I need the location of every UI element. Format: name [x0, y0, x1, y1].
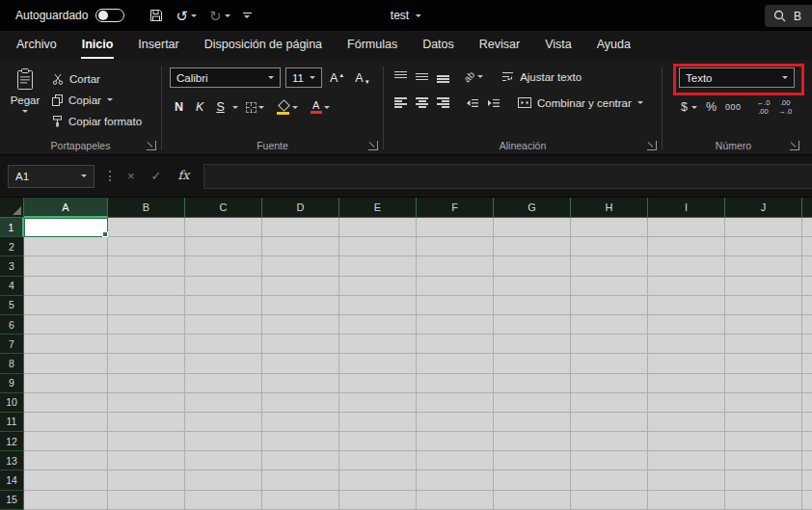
cell-A12[interactable]	[24, 432, 108, 451]
ribbon-tab-disposición-de-página[interactable]: Disposición de página	[192, 31, 335, 60]
row-header-7[interactable]: 7	[0, 335, 24, 354]
cell-J11[interactable]	[725, 413, 802, 432]
cell-partial-9[interactable]	[802, 374, 812, 393]
cell-H8[interactable]	[571, 354, 648, 373]
number-dialog-launcher-icon[interactable]	[790, 141, 799, 150]
cancel-button[interactable]: ×	[127, 170, 135, 182]
cell-I14[interactable]	[648, 470, 725, 490]
cell-H1[interactable]	[571, 218, 648, 237]
cell-C13[interactable]	[185, 451, 262, 470]
cell-partial-7[interactable]	[802, 335, 812, 354]
cell-partial-6[interactable]	[802, 315, 812, 335]
cell-partial-10[interactable]	[802, 393, 812, 413]
cell-E11[interactable]	[339, 413, 417, 432]
cut-button[interactable]: Cortar	[52, 71, 142, 86]
percent-style-button[interactable]: %	[706, 100, 717, 114]
font-dialog-launcher-icon[interactable]	[368, 141, 378, 150]
cell-F8[interactable]	[417, 354, 494, 373]
cell-F15[interactable]	[417, 491, 494, 510]
save-button[interactable]	[149, 9, 163, 22]
column-header-F[interactable]: F	[417, 198, 494, 218]
cell-C8[interactable]	[185, 354, 262, 373]
cell-D14[interactable]	[262, 470, 339, 490]
row-header-3[interactable]: 3	[0, 256, 24, 276]
row-header-11[interactable]: 11	[0, 413, 24, 432]
cell-E14[interactable]	[339, 470, 417, 490]
cell-J13[interactable]	[725, 451, 802, 470]
cell-D4[interactable]	[262, 277, 339, 296]
cell-G4[interactable]	[494, 277, 571, 296]
cell-J4[interactable]	[725, 277, 802, 296]
ribbon-tab-inicio[interactable]: Inicio	[69, 31, 126, 60]
cell-F6[interactable]	[417, 315, 494, 335]
row-header-15[interactable]: 15	[0, 491, 24, 510]
cell-partial-11[interactable]	[802, 413, 812, 432]
cell-E2[interactable]	[339, 237, 417, 256]
cell-I12[interactable]	[648, 432, 725, 451]
cell-B13[interactable]	[108, 451, 185, 470]
cell-H6[interactable]	[571, 315, 648, 335]
cell-C11[interactable]	[185, 413, 262, 432]
cell-D3[interactable]	[262, 256, 339, 276]
cell-D15[interactable]	[262, 491, 339, 510]
cell-A4[interactable]	[24, 277, 108, 296]
cell-G2[interactable]	[494, 237, 571, 256]
row-header-14[interactable]: 14	[0, 470, 24, 490]
cell-B6[interactable]	[108, 315, 185, 335]
cell-E1[interactable]	[339, 218, 417, 237]
font-color-button[interactable]: A	[306, 100, 335, 114]
cell-F7[interactable]	[417, 335, 494, 354]
cell-I8[interactable]	[648, 354, 725, 373]
cell-H3[interactable]	[571, 256, 648, 276]
cell-G13[interactable]	[494, 451, 571, 470]
cell-I5[interactable]	[648, 296, 725, 315]
cell-J8[interactable]	[725, 354, 802, 373]
cell-F13[interactable]	[417, 451, 494, 470]
align-right-button[interactable]	[437, 97, 449, 109]
column-header-D[interactable]: D	[262, 198, 339, 218]
column-header-J[interactable]: J	[725, 198, 802, 218]
cell-partial-3[interactable]	[802, 256, 812, 276]
cell-B1[interactable]	[108, 218, 185, 237]
align-center-button[interactable]	[416, 97, 428, 109]
ribbon-tab-revisar[interactable]: Revisar	[467, 31, 532, 60]
cell-G6[interactable]	[494, 315, 571, 335]
merge-center-button[interactable]: Combinar y centrar	[518, 97, 643, 109]
row-header-4[interactable]: 4	[0, 277, 24, 296]
align-top-button[interactable]	[394, 71, 407, 83]
cell-E9[interactable]	[339, 374, 417, 393]
row-header-12[interactable]: 12	[0, 432, 24, 451]
cell-F3[interactable]	[417, 256, 494, 276]
decrease-font-size-button[interactable]: A▼	[352, 70, 372, 86]
fill-color-button[interactable]	[272, 100, 303, 115]
italic-button[interactable]: K	[191, 100, 208, 114]
column-header-C[interactable]: C	[185, 198, 262, 218]
cell-B5[interactable]	[108, 296, 185, 315]
cell-partial-8[interactable]	[802, 354, 812, 373]
redo-button[interactable]: ↻	[209, 9, 230, 23]
cell-C3[interactable]	[185, 256, 262, 276]
font-size-combobox[interactable]: 11	[285, 67, 322, 88]
cell-partial-2[interactable]	[802, 237, 812, 256]
cell-A13[interactable]	[24, 451, 108, 470]
row-header-8[interactable]: 8	[0, 354, 24, 373]
underline-button[interactable]: S	[211, 100, 229, 114]
ribbon-tab-ayuda[interactable]: Ayuda	[584, 31, 643, 60]
cell-B7[interactable]	[108, 335, 185, 354]
cell-H5[interactable]	[571, 296, 648, 315]
clipboard-dialog-launcher-icon[interactable]	[147, 141, 156, 150]
cell-E10[interactable]	[339, 393, 417, 413]
copy-dropdown-icon[interactable]	[107, 98, 113, 101]
cell-F4[interactable]	[417, 277, 494, 296]
row-header-10[interactable]: 10	[0, 393, 24, 413]
borders-button[interactable]	[241, 102, 269, 113]
cell-J5[interactable]	[725, 296, 802, 315]
cell-F9[interactable]	[417, 374, 494, 393]
cell-H13[interactable]	[571, 451, 648, 470]
cell-F14[interactable]	[417, 470, 494, 490]
cell-J9[interactable]	[725, 374, 802, 393]
cell-I11[interactable]	[648, 413, 725, 432]
cell-E5[interactable]	[339, 296, 417, 315]
cell-C7[interactable]	[185, 335, 262, 354]
cell-A8[interactable]	[24, 354, 108, 373]
